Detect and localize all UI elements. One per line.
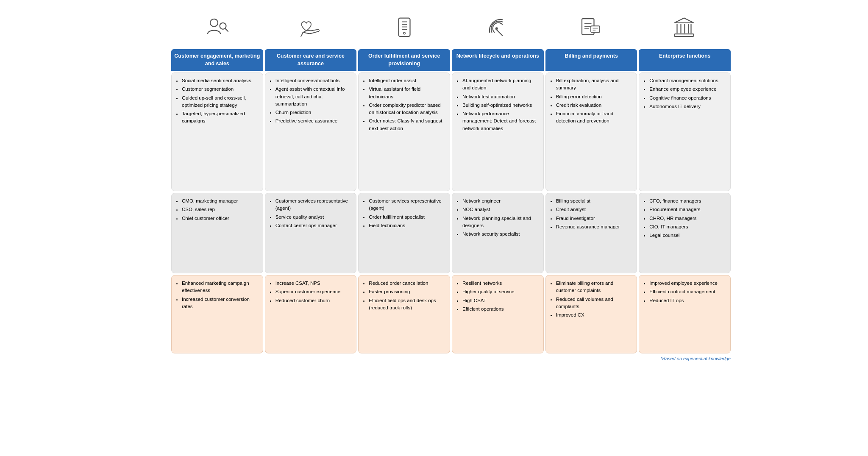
list-item: Efficient operations [462, 306, 539, 313]
personas-cell-col5: Billing specialistCredit analystFraud in… [545, 193, 637, 273]
list-item: Fraud investigator [556, 215, 633, 222]
list-item: Guided up-sell and cross-sell, optimized… [182, 95, 259, 109]
list-item: Faster provisioning [369, 288, 445, 295]
svg-line-10 [496, 29, 502, 36]
header-cell-col3: Order fulfillment and service provisioni… [358, 49, 450, 71]
list-item: Increase CSAT, NPS [275, 280, 352, 287]
benefits-cell-col2: Increase CSAT, NPSSuperior customer expe… [265, 275, 357, 353]
list-item: CIO, IT managers [649, 223, 726, 231]
list-item: Network planning specialist and designer… [462, 215, 539, 230]
columns-area: Customer engagement, marketing and sales… [171, 8, 731, 361]
list-item: CFO, finance managers [649, 197, 726, 205]
list-item: Credit analyst [556, 206, 633, 213]
list-item: Credit risk evaluation [556, 102, 633, 109]
use-case-cell-col3: Intelligent order assistVirtual assistan… [358, 72, 450, 191]
icon-row [171, 8, 731, 47]
svg-point-9 [403, 32, 406, 34]
list-item: Churn prediction [275, 109, 352, 116]
svg-point-0 [210, 19, 218, 27]
list-item: Efficient field ops and desk ops (reduce… [369, 297, 445, 312]
icon-cell-col4 [451, 8, 544, 47]
people-search-icon [205, 15, 231, 40]
svg-rect-16 [591, 26, 600, 32]
list-item: Predictive service assurance [275, 117, 352, 125]
footnote: *Based on experiential knowledge [171, 356, 731, 361]
list-item: Bill explanation, analysis and summary [556, 77, 633, 92]
benefits-cell-col4: Resilient networksHigher quality of serv… [452, 275, 544, 353]
list-item: Chief customer officer [182, 215, 259, 222]
svg-point-11 [495, 27, 498, 30]
list-item: Higher quality of service [462, 288, 539, 295]
svg-rect-20 [675, 34, 694, 36]
list-item: Cognitive finance operations [649, 95, 726, 102]
satellite-dish-icon [485, 15, 510, 40]
icon-cell-col6 [637, 8, 731, 47]
personas-row: CMO, marketing managerCSO, sales repChie… [171, 193, 731, 273]
list-item: Eliminate billing errors and customer co… [556, 280, 633, 295]
use-case-cell-col6: Contract management solutionsEnhance emp… [639, 72, 731, 191]
list-item: Reduced call volumes and complaints [556, 296, 633, 311]
header-cell-col2: Customer care and service assurance [265, 49, 357, 71]
list-item: Targeted, hyper-personalized campaigns [182, 110, 259, 125]
list-item: Efficient contract management [649, 288, 726, 295]
personas-cell-col4: Network engineerNOC analystNetwork plann… [452, 193, 544, 273]
list-item: Improved CX [556, 311, 633, 319]
data-rows: Social media sentiment analysisCustomer … [171, 72, 731, 353]
list-item: High CSAT [462, 297, 539, 304]
personas-cell-col2: Customer services representative (agent)… [265, 193, 357, 273]
benefits-cell-col3: Reduced order cancellationFaster provisi… [358, 275, 450, 353]
list-item: CHRO, HR managers [649, 215, 726, 222]
list-item: Order notes: Classify and suggest next b… [369, 117, 445, 132]
use-case-cell-col5: Bill explanation, analysis and summaryBi… [545, 72, 637, 191]
list-item: Order fulfillment specialist [369, 214, 445, 221]
icon-cell-col3 [358, 8, 451, 47]
header-row: Customer engagement, marketing and sales… [171, 49, 731, 71]
list-item: Network security specialist [462, 231, 539, 238]
list-item: Legal counsel [649, 232, 726, 239]
list-item: Resilient networks [462, 280, 539, 287]
use-case-cell-col4: AI-augmented network planning and design… [452, 72, 544, 191]
personas-label [137, 182, 171, 267]
header-cell-col6: Enterprise functions [639, 49, 731, 71]
list-item: Reduced IT ops [649, 297, 726, 304]
personas-cell-col3: Customer services representative (agent)… [358, 193, 450, 273]
list-item: Financial anomaly or fraud detection and… [556, 110, 633, 125]
list-item: Customer services representative (agent) [275, 197, 352, 212]
list-item: Reduced order cancellation [369, 280, 445, 287]
list-item: NOC analyst [462, 206, 539, 213]
list-item: Enhanced marketing campaign effectivenes… [182, 280, 259, 295]
list-item: Contract management solutions [649, 77, 726, 84]
benefits-cell-col5: Eliminate billing errors and customer co… [545, 275, 637, 353]
table-container: Customer engagement, marketing and sales… [137, 8, 731, 361]
outer-wrapper: Customer engagement, marketing and sales… [137, 8, 731, 361]
icon-cell-col1 [171, 8, 264, 47]
row-labels [137, 8, 171, 361]
list-item: Billing error detection [556, 93, 633, 100]
building-columns-icon [671, 15, 697, 40]
list-item: Service quality analyst [275, 214, 352, 221]
list-item: Reduced customer churn [275, 297, 352, 304]
list-item: Procurement managers [649, 206, 726, 213]
benefits-cell-col6: Improved employee experienceEfficient co… [639, 275, 731, 353]
benefits-row: Enhanced marketing campaign effectivenes… [171, 275, 731, 353]
icon-cell-col5 [544, 8, 637, 47]
use-case-cell-col2: Intelligent conversational botsAgent ass… [265, 72, 357, 191]
header-cell-col4: Network lifecycle and operations [452, 49, 544, 71]
list-item: AI-augmented network planning and design [462, 77, 539, 92]
benefits-label [137, 267, 171, 352]
list-item: Intelligent order assist [369, 77, 445, 84]
list-item: CMO, marketing manager [182, 197, 259, 205]
svg-line-3 [301, 32, 303, 36]
list-item: Enhance employee experience [649, 86, 726, 93]
list-item: Agent assist with contextual info retrie… [275, 86, 352, 108]
list-item: Customer services representative (agent) [369, 197, 445, 212]
list-item: Increased customer conversion rates [182, 296, 259, 311]
list-item: Network test automation [462, 93, 539, 100]
personas-cell-col6: CFO, finance managersProcurement manager… [639, 193, 731, 273]
list-item: Building self-optimized networks [462, 102, 539, 109]
document-card-icon [578, 15, 604, 40]
list-item: Network performance management: Detect a… [462, 110, 539, 132]
header-cell-col5: Billing and payments [545, 49, 637, 71]
use-case-cell-col1: Social media sentiment analysisCustomer … [171, 72, 263, 191]
icon-cell-col2 [264, 8, 358, 47]
